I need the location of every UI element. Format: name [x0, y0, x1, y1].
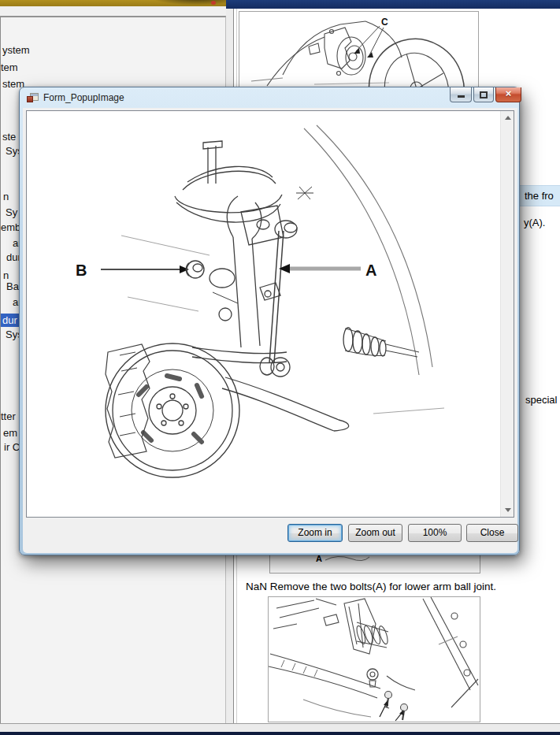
arrow-up-icon [505, 116, 511, 120]
tree-item[interactable]: n [3, 190, 9, 203]
maximize-button[interactable] [473, 87, 494, 102]
zoom-100-button[interactable]: 100% [408, 524, 462, 542]
tree-item[interactable]: ystem [2, 43, 30, 57]
suspension-diagram: B A [27, 111, 502, 517]
maximize-icon [480, 91, 488, 98]
text-fragment: special [525, 394, 557, 406]
popup-titlebar[interactable]: Form_PopupImage [20, 87, 519, 108]
tree-item[interactable]: tem [1, 61, 18, 74]
callout-b-label: B [76, 262, 87, 279]
popup-window-form-popupimage: Form_PopupImage × [19, 87, 520, 555]
callout-a-label: A [365, 262, 376, 279]
scroll-down-button[interactable] [501, 503, 514, 517]
popup-client-area: B A Zoom in Zoom out 100% Close [23, 108, 517, 553]
bottom-navy-strip [0, 732, 560, 735]
tree-item[interactable]: tter [1, 410, 16, 423]
logo-dot-icon [211, 1, 216, 5]
illustration-wheel-brake[interactable]: C [239, 11, 479, 93]
tree-item[interactable]: Sy [6, 206, 17, 219]
window-chrome-strip [0, 6, 226, 17]
callout-c-label: C [381, 17, 388, 28]
close-window-button[interactable]: × [495, 87, 521, 102]
image-viewer-scrollbar[interactable] [500, 111, 514, 517]
close-button[interactable]: Close [466, 524, 518, 542]
tree-item[interactable]: ir C [4, 440, 20, 454]
zoom-out-button[interactable]: Zoom out [348, 524, 402, 542]
scroll-up-button[interactable] [501, 111, 514, 124]
popup-title: Form_PopupImage [43, 92, 124, 103]
illustration-lower-arm[interactable] [268, 596, 480, 722]
text-fragment: y(A). [524, 217, 545, 228]
tree-item[interactable]: em [3, 426, 17, 440]
tree-item[interactable]: ste [2, 130, 16, 143]
procedure-step-text: NaN Remove the two bolts(A) for lower ar… [246, 581, 496, 592]
close-icon: × [506, 87, 512, 99]
arrow-down-icon [505, 508, 511, 512]
minimize-icon [458, 95, 465, 98]
tree-item[interactable]: emb [1, 221, 20, 234]
minimize-button[interactable] [450, 87, 472, 102]
status-bar [0, 723, 560, 732]
screen: ystem tem stem ste Sys n Sy emb ar dur n… [0, 0, 560, 735]
winforms-form-icon [27, 93, 39, 103]
tree-item-selected[interactable]: dur [1, 314, 20, 327]
app-navy-header [226, 0, 560, 9]
section-header-fragment: the fro [525, 190, 554, 202]
popup-image-viewer[interactable]: B A [26, 110, 514, 518]
tree-item[interactable]: Ba [6, 280, 19, 293]
zoom-in-button[interactable]: Zoom in [287, 524, 343, 542]
